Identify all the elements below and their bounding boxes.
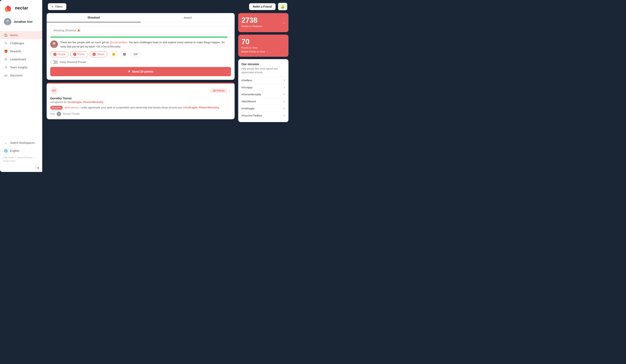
discounts-icon: 🏷	[4, 74, 8, 77]
user-profile[interactable]: Jonathan Gist	[0, 16, 42, 29]
value-selfless[interactable]: #Selfless ∨	[241, 77, 285, 84]
footer-sep1: •	[15, 157, 16, 159]
give-points-card[interactable]: 70 Points to Give Boost Points to Give →	[238, 35, 288, 57]
pill-image[interactable]: 🖼	[120, 51, 129, 57]
sidebar-item-home[interactable]: 🏠 Home	[0, 31, 42, 39]
tab-award[interactable]: Award	[141, 13, 235, 22]
author-avatar	[50, 40, 58, 48]
send-points-button[interactable]: ✈ Send 20 points	[50, 67, 231, 76]
chevron-down-icon: ∨	[283, 86, 285, 89]
team-insights-icon: ⏱	[4, 66, 8, 69]
points-check-icon: ✓	[73, 53, 77, 56]
sidebar-item-label: English	[10, 149, 19, 153]
people-check-icon: ✓	[53, 53, 56, 56]
shoutout-card: Shoutout Award	[47, 13, 235, 80]
svg-point-8	[53, 42, 55, 45]
image-icon: 🖼	[123, 53, 126, 56]
values-check-icon: ✓	[92, 53, 96, 56]
gif-label: GIF	[133, 53, 138, 56]
redeem-points-label: Points to Redeem	[241, 25, 285, 28]
rewards-icon: 🎁	[4, 49, 8, 53]
content-area: Shoutout Award	[42, 13, 293, 172]
feed-points-badge: 20 Points	[210, 88, 227, 93]
shoutout-input[interactable]	[50, 26, 231, 35]
globe-icon: 🌐	[4, 149, 8, 153]
tab-shoutout[interactable]: Shoutout	[47, 13, 141, 22]
sidebar-item-label: Rewards	[10, 50, 21, 53]
filters-button[interactable]: ≡ Filters	[48, 3, 66, 10]
privacy-link[interactable]: Privacy Policy	[3, 160, 16, 162]
boost-points-link[interactable]: Boost Points to Give →	[241, 50, 285, 53]
feed-hashtags: #Antifragile #OwnerMentality	[68, 101, 104, 104]
value-owner-mentality[interactable]: #OwnerMentality ∨	[241, 91, 285, 98]
shoutout-tabs: Shoutout Award	[47, 13, 235, 23]
sidebar-item-challenges[interactable]: Challenges	[0, 39, 42, 47]
send-btn-label: Send 20 points	[132, 70, 154, 73]
sidebar-footer: Help Center • Terms of Service • Privacy…	[0, 155, 42, 164]
sidebar-item-rewards[interactable]: 🎁 Rewards	[0, 47, 42, 55]
filter-icon: ≡	[52, 5, 53, 8]
feed-avatar: DT	[50, 87, 58, 94]
user-name: Jonathan Gist	[14, 20, 32, 23]
value-antifragile[interactable]: #Antifragile ∨	[241, 105, 285, 112]
bell-icon: 🔔	[281, 5, 285, 8]
points-inline-badge: 20 points	[50, 106, 63, 110]
private-toggle-label: Keep Shoutout Private	[60, 61, 86, 64]
refer-friend-button[interactable]: Refer a Friend	[249, 3, 275, 10]
value-assume-the-best[interactable]: #AssumeTheBest ∨	[241, 112, 285, 119]
sidebar-item-english[interactable]: 🌐 English	[0, 147, 42, 155]
terms-link[interactable]: Terms of Service	[17, 157, 32, 159]
center-panel: Shoutout Award	[47, 13, 235, 167]
challenges-icon	[4, 41, 8, 45]
shoutout-input-wrap	[50, 26, 231, 35]
topbar-right: Refer a Friend 🔔	[249, 3, 287, 10]
value-be-different[interactable]: #BeDifferent ∨	[241, 98, 285, 105]
feed-name: Dorothy Torrez	[50, 97, 231, 100]
sidebar-item-team-insights[interactable]: ⏱ Team Insights	[0, 63, 42, 71]
help-center-link[interactable]: Help Center	[3, 157, 14, 159]
chevron-down-icon: ∨	[283, 114, 285, 117]
feed-recognized: recognized for #Antifragile #OwnerMental…	[50, 101, 231, 104]
main-content: ≡ Filters Refer a Friend 🔔 Shoutout	[42, 0, 293, 172]
mission-description: Help people feel more valued and appreci…	[241, 67, 285, 74]
send-icon: ✈	[128, 70, 130, 73]
logo: nectar	[0, 0, 42, 16]
pill-people[interactable]: ✓ People	[50, 51, 69, 57]
logo-text: nectar	[15, 5, 28, 11]
feed-from-name: Richard Paradis	[63, 112, 80, 115]
pill-gif[interactable]: GIF	[130, 51, 141, 57]
shoutout-author: There are few people with as much grit a…	[50, 40, 231, 49]
switch-workspaces-icon: ↔	[4, 141, 8, 145]
sidebar-item-label: Challenges	[10, 42, 24, 45]
pill-points-label: Points	[78, 53, 85, 56]
feed-mention: @dorotorrez	[64, 106, 79, 109]
right-panel: 2738 Points to Redeem → 70 Points to Giv…	[238, 13, 288, 167]
private-toggle-switch[interactable]	[50, 60, 58, 64]
feed-more-button[interactable]: ⋮	[227, 88, 231, 93]
sidebar-item-switch-workspaces[interactable]: ↔ Switch Workspaces	[0, 139, 42, 147]
hashtag: #OwnerMentality	[101, 45, 121, 48]
svg-point-4	[6, 20, 9, 22]
pill-values[interactable]: ✓ Values	[89, 51, 108, 57]
private-toggle: Keep Shoutout Private	[50, 60, 231, 64]
home-icon: 🏠	[4, 33, 8, 37]
redeem-points-card[interactable]: 2738 Points to Redeem →	[238, 13, 288, 32]
svg-marker-6	[5, 58, 7, 61]
value-scrappy[interactable]: #Scrappy ∨	[241, 84, 285, 91]
pill-points[interactable]: ✓ Points	[70, 51, 88, 57]
notifications-button[interactable]: 🔔	[278, 3, 287, 10]
action-pills: ✓ People ✓ Points ✓ Values 🙂	[50, 51, 231, 57]
filters-label: Filters	[55, 5, 63, 8]
collapse-sidebar-button[interactable]: |◀	[0, 164, 42, 171]
sidebar-item-discounts[interactable]: 🏷 Discounts	[0, 71, 42, 80]
footer-sep2: •	[33, 157, 34, 159]
pill-values-label: Values	[97, 53, 105, 56]
feed-from: from Richard Paradis	[50, 112, 231, 116]
sidebar-item-label: Home	[10, 34, 18, 37]
sidebar-item-label: Switch Workspaces	[10, 141, 35, 144]
redeem-points-number: 2738	[241, 17, 285, 24]
svg-point-2	[7, 5, 9, 10]
leaderboard-icon	[4, 57, 8, 61]
pill-emoji[interactable]: 🙂	[109, 51, 118, 57]
sidebar-item-leaderboard[interactable]: Leaderboard	[0, 55, 42, 63]
